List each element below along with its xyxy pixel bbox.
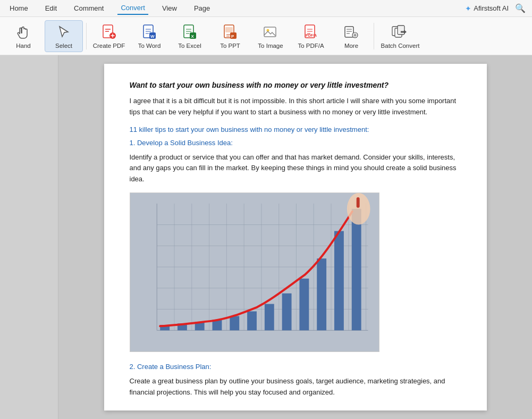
svg-text:W: W <box>150 34 155 39</box>
to-ppt-button[interactable]: P To PPT <box>211 20 249 52</box>
to-word-icon: W <box>141 23 158 40</box>
left-panel <box>0 55 58 419</box>
to-ppt-icon: P <box>222 23 239 40</box>
to-pdfa-button[interactable]: PDF/A To PDF/A <box>292 20 330 52</box>
hand-label: Hand <box>16 43 31 49</box>
menu-comment[interactable]: Comment <box>71 2 107 14</box>
more-label: More <box>344 43 358 49</box>
to-excel-button[interactable]: X To Excel <box>171 20 209 52</box>
create-pdf-button[interactable]: Create PDF <box>90 20 128 52</box>
svg-rect-9 <box>225 27 233 32</box>
to-image-label: To Image <box>258 43 283 49</box>
create-pdf-icon <box>100 23 117 40</box>
batch-convert-icon <box>392 23 409 40</box>
svg-rect-12 <box>264 27 276 37</box>
toolbar-separator-1 <box>86 23 87 49</box>
to-image-icon <box>262 23 279 40</box>
to-word-label: To Word <box>138 43 161 49</box>
doc-section2-heading: 2. Create a Business Plan: <box>130 363 461 371</box>
menu-view[interactable]: View <box>159 2 180 14</box>
batch-convert-button[interactable]: Batch Convert <box>377 20 423 52</box>
svg-text:X: X <box>191 34 195 39</box>
brand-star-icon: ✦ <box>465 4 471 13</box>
document-page: Want to start your own business with no … <box>104 64 487 410</box>
select-label: Select <box>55 43 72 49</box>
brand-name: Afirstsoft AI <box>474 4 509 12</box>
to-pdfa-label: To PDF/A <box>298 43 324 49</box>
hand-tool-button[interactable]: Hand <box>4 20 43 52</box>
svg-rect-50 <box>317 258 326 330</box>
to-word-button[interactable]: W To Word <box>130 20 168 52</box>
to-pdfa-icon: PDF/A <box>302 23 319 40</box>
menubar-right: ✦ Afirstsoft AI 🔍 <box>465 3 526 13</box>
svg-rect-47 <box>264 304 274 331</box>
doc-title: Want to start your own business with no … <box>130 81 461 89</box>
toolbar: Hand Select Create PDF <box>0 17 532 55</box>
to-image-button[interactable]: To Image <box>251 20 290 52</box>
chart-svg <box>130 193 379 351</box>
svg-rect-46 <box>247 311 257 330</box>
menubar: Home Edit Comment Convert View Page ✦ Af… <box>0 0 532 17</box>
svg-rect-51 <box>334 231 343 331</box>
doc-section2-body: Create a great business plan by outline … <box>130 376 461 398</box>
hand-icon <box>15 23 32 40</box>
svg-text:P: P <box>231 34 234 39</box>
svg-rect-49 <box>299 279 309 330</box>
create-pdf-label: Create PDF <box>93 43 125 49</box>
menu-home[interactable]: Home <box>6 2 31 14</box>
doc-section1-body: Identify a product or service that you c… <box>130 152 461 185</box>
svg-rect-54 <box>356 197 359 208</box>
menu-page[interactable]: Page <box>191 2 213 14</box>
menu-convert[interactable]: Convert <box>117 2 148 15</box>
search-button[interactable]: 🔍 <box>515 3 526 13</box>
business-chart <box>130 192 379 352</box>
select-tool-button[interactable]: Select <box>45 20 83 52</box>
svg-rect-52 <box>351 209 361 330</box>
to-ppt-label: To PPT <box>220 43 240 49</box>
doc-intro: I agree that it is a bit difficult but i… <box>130 96 461 118</box>
more-button[interactable]: More <box>332 20 370 52</box>
toolbar-separator-2 <box>374 23 374 49</box>
to-excel-label: To Excel <box>178 43 201 49</box>
svg-rect-48 <box>282 294 291 331</box>
svg-text:PDF/A: PDF/A <box>306 33 317 37</box>
main-area: Want to start your own business with no … <box>0 55 532 419</box>
svg-rect-20 <box>398 26 404 35</box>
doc-link[interactable]: 11 killer tips to start your own busines… <box>130 125 461 133</box>
batch-convert-label: Batch Convert <box>381 43 420 49</box>
document-area[interactable]: Want to start your own business with no … <box>58 55 532 419</box>
svg-rect-45 <box>230 316 239 330</box>
to-excel-icon: X <box>181 23 198 40</box>
menu-edit[interactable]: Edit <box>42 2 60 14</box>
doc-section1-heading: 1. Develop a Solid Business Idea: <box>130 139 461 147</box>
cursor-icon <box>55 23 72 40</box>
more-icon <box>343 23 360 40</box>
brand-label: ✦ Afirstsoft AI <box>465 4 509 13</box>
